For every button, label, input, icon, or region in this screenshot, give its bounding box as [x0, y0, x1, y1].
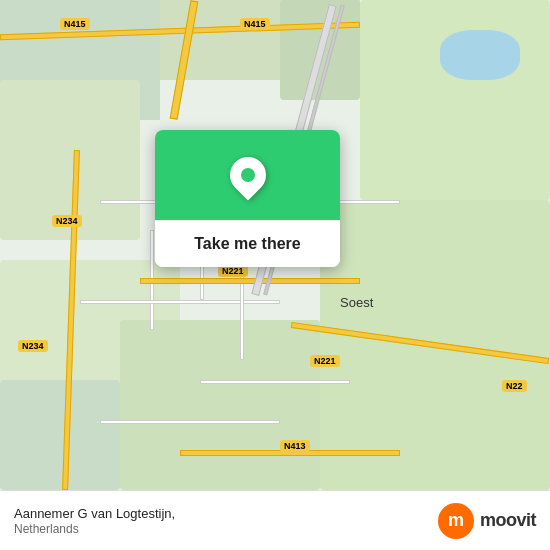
road-label-n221-lower: N221	[310, 355, 340, 367]
moovit-text: moovit	[480, 510, 536, 531]
road-label-n415-right: N415	[240, 18, 270, 30]
take-me-there-button[interactable]: Take me there	[155, 220, 340, 267]
location-pin-icon	[222, 150, 273, 201]
place-name: Aannemer G van Logtestijn,	[14, 506, 175, 521]
popup-icon-area	[155, 130, 340, 220]
road-label-n22: N22	[502, 380, 527, 392]
map: N415 N415 N234 N234 N221 N221 N413 N22 S…	[0, 0, 550, 490]
road-label-n234-lower: N234	[18, 340, 48, 352]
popup-card: Take me there	[155, 130, 340, 267]
place-info: Aannemer G van Logtestijn, Netherlands	[14, 506, 175, 536]
road-label-n415-left: N415	[60, 18, 90, 30]
town-label: Soest	[340, 295, 373, 310]
road-label-n413: N413	[280, 440, 310, 452]
place-country: Netherlands	[14, 522, 175, 536]
moovit-logo: m moovit	[438, 503, 536, 539]
road-label-n234-mid: N234	[52, 215, 82, 227]
moovit-icon: m	[438, 503, 474, 539]
bottom-bar: Aannemer G van Logtestijn, Netherlands m…	[0, 490, 550, 550]
